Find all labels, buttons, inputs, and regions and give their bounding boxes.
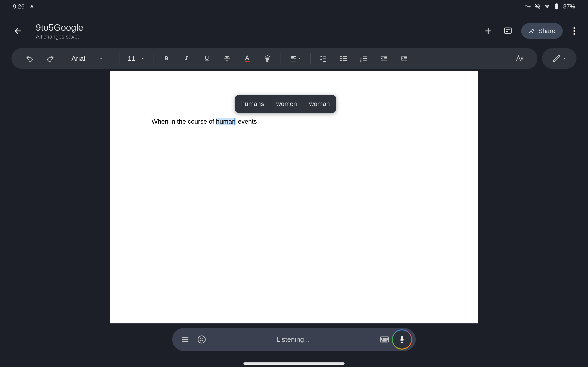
- svg-rect-30: [387, 338, 388, 339]
- suggestion-option-1[interactable]: women: [270, 95, 303, 113]
- battery-percentage: 87%: [563, 3, 575, 10]
- text-cursor: [234, 118, 234, 125]
- svg-point-7: [573, 33, 575, 35]
- outdent-button[interactable]: [376, 52, 392, 65]
- wifi-icon: [544, 3, 550, 10]
- comments-button[interactable]: [502, 25, 514, 37]
- notification-icon: [29, 3, 35, 10]
- keyboard-menu-button[interactable]: [177, 331, 193, 348]
- svg-text:3: 3: [360, 60, 362, 62]
- svg-rect-33: [384, 339, 385, 340]
- bold-button[interactable]: [158, 52, 174, 65]
- svg-rect-31: [381, 339, 382, 340]
- svg-rect-12: [343, 56, 347, 57]
- svg-rect-20: [363, 60, 367, 61]
- share-label: Share: [538, 27, 555, 35]
- bullet-list-button[interactable]: [335, 52, 352, 65]
- document-content[interactable]: When in the course of human events: [152, 117, 436, 126]
- document-title: 9to5Google: [36, 22, 482, 33]
- text-format-button[interactable]: [511, 52, 527, 65]
- checklist-button[interactable]: [315, 52, 332, 65]
- svg-rect-1: [555, 4, 558, 9]
- pen-mode-button[interactable]: [542, 48, 577, 69]
- suggestion-popup: humans women woman: [235, 95, 336, 113]
- share-button[interactable]: Share: [521, 23, 563, 39]
- svg-point-24: [198, 336, 205, 343]
- svg-rect-18: [363, 56, 367, 57]
- chevron-down-icon: [99, 56, 103, 60]
- svg-point-9: [340, 56, 342, 57]
- underline-button[interactable]: [199, 52, 215, 65]
- strikethrough-button[interactable]: [219, 52, 235, 65]
- status-time: 9:26: [13, 3, 25, 10]
- undo-button[interactable]: [22, 52, 38, 65]
- svg-point-10: [340, 58, 342, 59]
- redo-button[interactable]: [42, 52, 58, 65]
- app-header: 9to5Google All changes saved Share: [0, 18, 588, 44]
- document-info[interactable]: 9to5Google All changes saved: [36, 22, 482, 40]
- svg-rect-23: [182, 341, 188, 342]
- keyboard-button[interactable]: [376, 331, 393, 348]
- svg-rect-19: [363, 58, 367, 59]
- text-before: When in the course of: [152, 118, 216, 125]
- svg-rect-13: [343, 58, 347, 59]
- svg-rect-3: [504, 28, 511, 33]
- svg-rect-34: [386, 339, 386, 340]
- svg-rect-29: [386, 338, 386, 339]
- toolbar-container: Arial 11: [11, 48, 577, 69]
- svg-point-0: [525, 6, 527, 7]
- svg-rect-8: [245, 61, 250, 62]
- suggestion-option-0[interactable]: humans: [235, 95, 270, 113]
- svg-point-5: [573, 27, 575, 29]
- svg-rect-2: [556, 3, 558, 4]
- suggestion-option-2[interactable]: woman: [303, 95, 336, 113]
- chevron-down-icon: [563, 57, 566, 60]
- font-size: 11: [128, 55, 135, 62]
- emoji-button[interactable]: [193, 331, 210, 348]
- add-button[interactable]: [482, 25, 494, 37]
- svg-rect-36: [383, 341, 386, 341]
- vpn-key-icon: [525, 3, 531, 10]
- svg-rect-14: [343, 60, 347, 61]
- chevron-down-icon: [298, 57, 301, 60]
- svg-rect-32: [383, 339, 384, 340]
- voice-status: Listening...: [210, 336, 376, 343]
- mic-button[interactable]: [393, 330, 411, 349]
- font-size-selector[interactable]: 11: [122, 55, 150, 62]
- indent-button[interactable]: [396, 52, 413, 65]
- battery-icon: [553, 3, 560, 10]
- navigation-bar[interactable]: [243, 362, 345, 365]
- mic-icon: [399, 335, 405, 344]
- save-status: All changes saved: [36, 33, 482, 40]
- chevron-down-icon: [141, 56, 145, 60]
- status-bar: 9:26 87%: [0, 0, 588, 13]
- svg-rect-35: [387, 339, 388, 340]
- svg-rect-21: [182, 337, 188, 338]
- svg-rect-37: [401, 336, 403, 340]
- back-button[interactable]: [11, 25, 24, 37]
- text-color-button[interactable]: [239, 52, 255, 65]
- format-toolbar: Arial 11: [11, 48, 537, 69]
- align-button[interactable]: [285, 52, 306, 65]
- svg-rect-26: [381, 338, 382, 339]
- text-after: events: [236, 118, 257, 125]
- italic-button[interactable]: [178, 52, 195, 65]
- more-options-button[interactable]: [570, 25, 579, 37]
- voice-input-bar: Listening...: [172, 328, 416, 351]
- svg-point-11: [340, 60, 342, 61]
- svg-point-6: [573, 30, 575, 32]
- svg-rect-22: [182, 339, 188, 340]
- svg-rect-28: [384, 338, 385, 339]
- font-selector[interactable]: Arial: [66, 55, 116, 62]
- font-name: Arial: [71, 55, 85, 62]
- mute-icon: [534, 3, 541, 10]
- highlight-button[interactable]: [259, 52, 276, 65]
- svg-rect-27: [383, 338, 384, 339]
- numbered-list-button[interactable]: 123: [355, 52, 372, 65]
- highlighted-word: human: [216, 118, 236, 125]
